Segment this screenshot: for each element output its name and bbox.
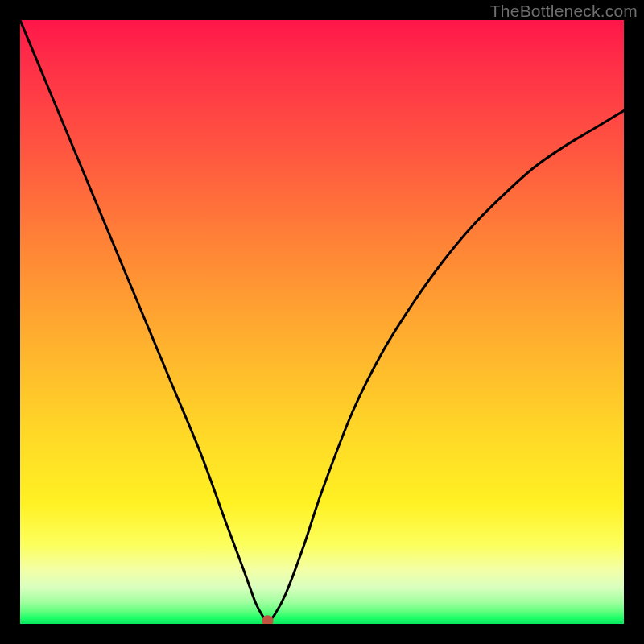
min-point-marker bbox=[262, 615, 274, 624]
bottleneck-curve bbox=[20, 20, 624, 621]
curve-svg bbox=[20, 20, 624, 624]
chart-frame: TheBottleneck.com bbox=[0, 0, 644, 644]
plot-area bbox=[20, 20, 624, 624]
watermark-text: TheBottleneck.com bbox=[490, 2, 638, 21]
